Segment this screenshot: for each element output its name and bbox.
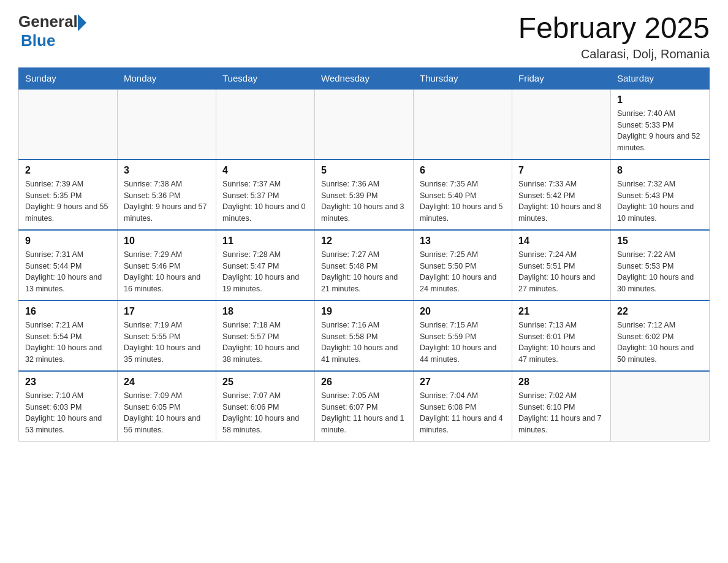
day-number: 16 [25, 306, 111, 317]
day-info: Sunrise: 7:15 AM Sunset: 5:59 PM Dayligh… [420, 320, 506, 366]
day-number: 26 [321, 377, 407, 388]
day-info: Sunrise: 7:28 AM Sunset: 5:47 PM Dayligh… [222, 249, 308, 295]
calendar-cell: 5Sunrise: 7:36 AM Sunset: 5:39 PM Daylig… [315, 159, 414, 230]
calendar-cell: 27Sunrise: 7:04 AM Sunset: 6:08 PM Dayli… [414, 371, 512, 442]
calendar-cell [414, 89, 512, 159]
day-info: Sunrise: 7:36 AM Sunset: 5:39 PM Dayligh… [321, 178, 407, 224]
day-info: Sunrise: 7:19 AM Sunset: 5:55 PM Dayligh… [124, 320, 210, 366]
day-info: Sunrise: 7:07 AM Sunset: 6:06 PM Dayligh… [222, 390, 308, 436]
calendar-cell: 16Sunrise: 7:21 AM Sunset: 5:54 PM Dayli… [19, 301, 118, 371]
calendar-week-row: 1Sunrise: 7:40 AM Sunset: 5:33 PM Daylig… [19, 89, 710, 159]
day-number: 13 [420, 236, 506, 247]
calendar-week-row: 9Sunrise: 7:31 AM Sunset: 5:44 PM Daylig… [19, 230, 710, 301]
calendar-cell [611, 371, 710, 442]
logo-arrow-icon [78, 14, 86, 31]
calendar-cell [118, 89, 216, 159]
calendar-cell: 11Sunrise: 7:28 AM Sunset: 5:47 PM Dayli… [216, 230, 315, 301]
calendar-cell: 15Sunrise: 7:22 AM Sunset: 5:53 PM Dayli… [611, 230, 710, 301]
column-header-friday: Friday [512, 67, 611, 89]
title-section: February 2025 Calarasi, Dolj, Romania [518, 12, 710, 61]
day-info: Sunrise: 7:33 AM Sunset: 5:42 PM Dayligh… [518, 178, 604, 224]
day-info: Sunrise: 7:02 AM Sunset: 6:10 PM Dayligh… [518, 390, 604, 436]
day-info: Sunrise: 7:09 AM Sunset: 6:05 PM Dayligh… [124, 390, 210, 436]
calendar-cell: 4Sunrise: 7:37 AM Sunset: 5:37 PM Daylig… [216, 159, 315, 230]
calendar-header-row: SundayMondayTuesdayWednesdayThursdayFrid… [19, 67, 710, 89]
column-header-saturday: Saturday [611, 67, 710, 89]
calendar-cell [512, 89, 611, 159]
day-info: Sunrise: 7:04 AM Sunset: 6:08 PM Dayligh… [420, 390, 506, 436]
day-info: Sunrise: 7:29 AM Sunset: 5:46 PM Dayligh… [124, 249, 210, 295]
calendar-cell: 24Sunrise: 7:09 AM Sunset: 6:05 PM Dayli… [118, 371, 216, 442]
calendar-cell [315, 89, 414, 159]
day-number: 15 [617, 236, 703, 247]
day-number: 7 [518, 165, 604, 176]
day-number: 19 [321, 306, 407, 317]
day-info: Sunrise: 7:18 AM Sunset: 5:57 PM Dayligh… [222, 320, 308, 366]
day-info: Sunrise: 7:37 AM Sunset: 5:37 PM Dayligh… [222, 178, 308, 224]
day-number: 25 [222, 377, 308, 388]
day-info: Sunrise: 7:16 AM Sunset: 5:58 PM Dayligh… [321, 320, 407, 366]
day-number: 20 [420, 306, 506, 317]
day-number: 9 [25, 236, 111, 247]
day-info: Sunrise: 7:32 AM Sunset: 5:43 PM Dayligh… [617, 178, 703, 224]
calendar-cell: 21Sunrise: 7:13 AM Sunset: 6:01 PM Dayli… [512, 301, 611, 371]
column-header-monday: Monday [118, 67, 216, 89]
logo-general-text: General [18, 12, 78, 31]
day-number: 28 [518, 377, 604, 388]
column-header-tuesday: Tuesday [216, 67, 315, 89]
day-number: 22 [617, 306, 703, 317]
day-number: 23 [25, 377, 111, 388]
day-number: 2 [25, 165, 111, 176]
day-info: Sunrise: 7:13 AM Sunset: 6:01 PM Dayligh… [518, 320, 604, 366]
day-number: 18 [222, 306, 308, 317]
day-number: 27 [420, 377, 506, 388]
day-info: Sunrise: 7:38 AM Sunset: 5:36 PM Dayligh… [124, 178, 210, 224]
column-header-wednesday: Wednesday [315, 67, 414, 89]
calendar-cell: 3Sunrise: 7:38 AM Sunset: 5:36 PM Daylig… [118, 159, 216, 230]
day-number: 12 [321, 236, 407, 247]
calendar-cell: 18Sunrise: 7:18 AM Sunset: 5:57 PM Dayli… [216, 301, 315, 371]
calendar-cell: 14Sunrise: 7:24 AM Sunset: 5:51 PM Dayli… [512, 230, 611, 301]
calendar-cell: 9Sunrise: 7:31 AM Sunset: 5:44 PM Daylig… [19, 230, 118, 301]
day-number: 4 [222, 165, 308, 176]
calendar-cell: 2Sunrise: 7:39 AM Sunset: 5:35 PM Daylig… [19, 159, 118, 230]
day-info: Sunrise: 7:10 AM Sunset: 6:03 PM Dayligh… [25, 390, 111, 436]
day-number: 21 [518, 306, 604, 317]
calendar-cell: 28Sunrise: 7:02 AM Sunset: 6:10 PM Dayli… [512, 371, 611, 442]
day-info: Sunrise: 7:24 AM Sunset: 5:51 PM Dayligh… [518, 249, 604, 295]
day-info: Sunrise: 7:35 AM Sunset: 5:40 PM Dayligh… [420, 178, 506, 224]
calendar-cell: 13Sunrise: 7:25 AM Sunset: 5:50 PM Dayli… [414, 230, 512, 301]
calendar-cell: 23Sunrise: 7:10 AM Sunset: 6:03 PM Dayli… [19, 371, 118, 442]
month-title: February 2025 [518, 12, 710, 45]
day-info: Sunrise: 7:31 AM Sunset: 5:44 PM Dayligh… [25, 249, 111, 295]
day-info: Sunrise: 7:25 AM Sunset: 5:50 PM Dayligh… [420, 249, 506, 295]
day-info: Sunrise: 7:21 AM Sunset: 5:54 PM Dayligh… [25, 320, 111, 366]
calendar-week-row: 16Sunrise: 7:21 AM Sunset: 5:54 PM Dayli… [19, 301, 710, 371]
day-info: Sunrise: 7:05 AM Sunset: 6:07 PM Dayligh… [321, 390, 407, 436]
calendar-cell: 26Sunrise: 7:05 AM Sunset: 6:07 PM Dayli… [315, 371, 414, 442]
column-header-thursday: Thursday [414, 67, 512, 89]
calendar-cell: 7Sunrise: 7:33 AM Sunset: 5:42 PM Daylig… [512, 159, 611, 230]
location-title: Calarasi, Dolj, Romania [518, 47, 710, 61]
calendar-cell: 22Sunrise: 7:12 AM Sunset: 6:02 PM Dayli… [611, 301, 710, 371]
column-header-sunday: Sunday [19, 67, 118, 89]
day-number: 5 [321, 165, 407, 176]
calendar-cell: 8Sunrise: 7:32 AM Sunset: 5:43 PM Daylig… [611, 159, 710, 230]
day-number: 24 [124, 377, 210, 388]
calendar-table: SundayMondayTuesdayWednesdayThursdayFrid… [18, 67, 710, 442]
day-info: Sunrise: 7:39 AM Sunset: 5:35 PM Dayligh… [25, 178, 111, 224]
day-number: 10 [124, 236, 210, 247]
calendar-cell [216, 89, 315, 159]
day-number: 1 [617, 94, 703, 105]
day-number: 3 [124, 165, 210, 176]
calendar-week-row: 23Sunrise: 7:10 AM Sunset: 6:03 PM Dayli… [19, 371, 710, 442]
day-number: 11 [222, 236, 308, 247]
calendar-cell: 12Sunrise: 7:27 AM Sunset: 5:48 PM Dayli… [315, 230, 414, 301]
calendar-cell: 20Sunrise: 7:15 AM Sunset: 5:59 PM Dayli… [414, 301, 512, 371]
day-number: 14 [518, 236, 604, 247]
calendar-cell [19, 89, 118, 159]
day-info: Sunrise: 7:12 AM Sunset: 6:02 PM Dayligh… [617, 320, 703, 366]
page-header: General Blue February 2025 Calarasi, Dol… [18, 12, 710, 61]
calendar-cell: 6Sunrise: 7:35 AM Sunset: 5:40 PM Daylig… [414, 159, 512, 230]
calendar-cell: 1Sunrise: 7:40 AM Sunset: 5:33 PM Daylig… [611, 89, 710, 159]
